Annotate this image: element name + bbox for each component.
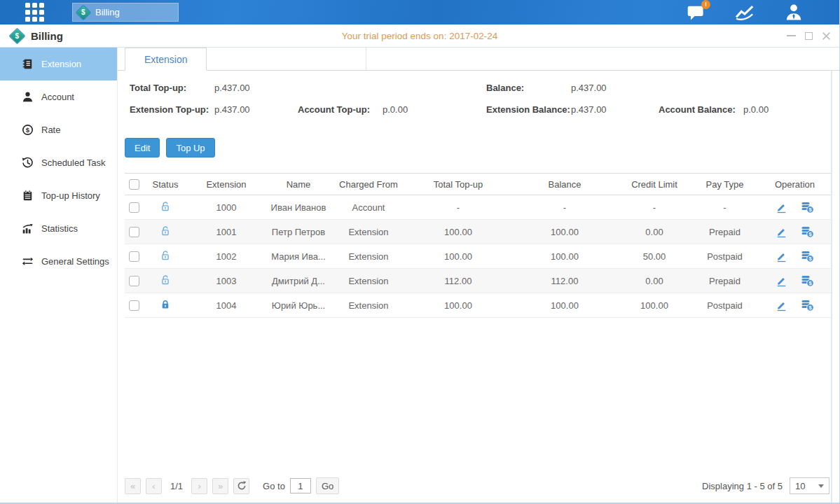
edit-extension-icon[interactable]: [776, 300, 787, 312]
edit-extension-icon[interactable]: [776, 202, 787, 214]
col-header-name: Name: [265, 174, 332, 195]
last-page-button[interactable]: »: [212, 478, 228, 494]
cell-total-topup: 100.00: [405, 244, 511, 269]
row-checkbox[interactable]: [129, 300, 139, 311]
statistics-icon: [22, 223, 34, 234]
first-page-button[interactable]: «: [125, 478, 141, 494]
col-header-total-topup: Total Top-up: [405, 174, 511, 195]
cell-charged-from: Extension: [332, 269, 405, 293]
select-all-checkbox[interactable]: [129, 179, 139, 190]
sidebar-item-statistics[interactable]: Statistics: [0, 212, 117, 245]
cell-pay-type: Prepaid: [691, 220, 759, 244]
account-balance-label: Account Balance:: [654, 103, 743, 117]
edit-extension-icon[interactable]: [776, 226, 787, 238]
col-header-credit-limit: Credit Limit: [618, 174, 691, 195]
table-row: 1002 Мария Ива... Extension 100.00 100.0…: [125, 244, 831, 269]
cell-name: Юрий Юрь...: [265, 293, 332, 318]
topbar: $ Billing !: [0, 0, 839, 24]
maximize-icon[interactable]: [804, 31, 813, 41]
edit-extension-icon[interactable]: [776, 275, 787, 287]
cell-name: Иван Иванов: [265, 195, 332, 220]
cell-balance: 100.00: [511, 220, 618, 244]
cell-total-topup: 100.00: [405, 293, 511, 318]
col-header-operation: Operation: [759, 174, 831, 195]
cell-charged-from: Account: [332, 195, 405, 220]
close-icon[interactable]: [821, 31, 831, 41]
sidebar-item-label: General Settings: [41, 256, 109, 267]
row-checkbox[interactable]: [129, 227, 139, 237]
row-checkbox[interactable]: [129, 251, 139, 262]
refresh-button[interactable]: [233, 478, 249, 494]
cell-name: Петр Петров: [265, 220, 332, 244]
row-checkbox[interactable]: [129, 202, 139, 213]
table-row: 1003 Дмитрий Д... Extension 112.00 112.0…: [125, 269, 831, 293]
account-topup-value: p.0.00: [383, 103, 408, 117]
sidebar-item-general-settings[interactable]: General Settings: [0, 245, 117, 278]
extension-status-icon: [160, 250, 171, 261]
col-header-balance: Balance: [511, 174, 618, 195]
svg-text:$: $: [26, 126, 30, 134]
page-size-select[interactable]: 10: [790, 477, 829, 494]
minimize-icon[interactable]: [786, 31, 796, 41]
sidebar-item-label: Extension: [41, 59, 81, 69]
extension-balance-value: p.437.00: [571, 103, 607, 117]
cell-credit-limit: 100.00: [618, 293, 691, 318]
sidebar-item-label: Account: [41, 92, 74, 102]
prev-page-button[interactable]: ‹: [146, 478, 162, 494]
total-topup-value: p.437.00: [214, 81, 250, 95]
goto-page-input[interactable]: [290, 478, 311, 493]
app-tab-billing[interactable]: $ Billing: [72, 3, 179, 22]
extension-icon: [22, 58, 34, 70]
edit-button[interactable]: Edit: [125, 138, 160, 158]
col-header-pay-type: Pay Type: [691, 174, 759, 195]
topup-extension-icon[interactable]: $: [801, 300, 814, 312]
row-checkbox[interactable]: [129, 276, 139, 286]
window-controls: [786, 31, 831, 41]
cell-extension: 1003: [188, 269, 265, 293]
balance-label: Balance:: [481, 81, 571, 95]
topup-extension-icon[interactable]: $: [801, 251, 814, 262]
cell-credit-limit: 50.00: [618, 244, 691, 269]
notifications-icon[interactable]: !: [687, 4, 705, 21]
cell-balance: 112.00: [511, 269, 618, 293]
extension-topup-label: Extension Top-up:: [125, 103, 214, 117]
sidebar-item-rate[interactable]: $ Rate: [0, 113, 117, 146]
balance-summary: Total Top-up: p.437.00 Balance: p.437.00…: [125, 71, 831, 125]
page-size-value: 10: [795, 481, 805, 491]
tab-extension[interactable]: Extension: [125, 48, 207, 71]
next-page-button[interactable]: ›: [191, 478, 207, 494]
table-header-row: Status Extension Name Charged From Total…: [125, 174, 831, 195]
billing-app-icon: $: [76, 4, 92, 20]
app-launcher-icon[interactable]: [25, 3, 44, 22]
table-row: 1001 Петр Петров Extension 100.00 100.00…: [125, 220, 831, 244]
sidebar-item-scheduled-task[interactable]: Scheduled Task: [0, 146, 117, 179]
go-button[interactable]: Go: [316, 477, 339, 494]
titlebar: $ Billing Your trial period ends on: 201…: [0, 24, 839, 48]
topup-extension-icon[interactable]: $: [801, 226, 814, 238]
cell-extension: 1001: [188, 220, 265, 244]
cell-name: Мария Ива...: [265, 244, 332, 269]
statistics-topbar-icon[interactable]: [734, 4, 755, 21]
pagination-bar: « ‹ 1/1 › » Go to Go Displaying 1 - 5 of…: [125, 470, 831, 504]
sidebar-item-label: Statistics: [41, 223, 78, 234]
extension-status-icon: [160, 201, 171, 212]
topup-extension-icon[interactable]: $: [801, 275, 814, 287]
edit-extension-icon[interactable]: [776, 251, 787, 262]
cell-name: Дмитрий Д...: [265, 269, 332, 293]
topup-extension-icon[interactable]: $: [801, 202, 814, 214]
cell-pay-type: -: [691, 195, 759, 220]
sidebar-item-label: Rate: [41, 125, 60, 135]
col-header-charged-from: Charged From: [332, 174, 405, 195]
user-icon[interactable]: [785, 4, 803, 21]
goto-label: Go to: [263, 481, 285, 491]
sidebar-item-label: Top-up History: [41, 190, 100, 201]
sidebar-item-topup-history[interactable]: Top-up History: [0, 179, 117, 212]
sidebar-item-extension[interactable]: Extension: [0, 48, 117, 80]
topup-button[interactable]: Top Up: [166, 138, 214, 158]
topup-history-icon: [22, 190, 34, 202]
cell-extension: 1002: [188, 244, 265, 269]
billing-window: $ Billing !: [0, 0, 840, 504]
extension-status-icon: [160, 225, 171, 237]
sidebar-item-account[interactable]: Account: [0, 80, 117, 113]
cell-charged-from: Extension: [332, 244, 405, 269]
